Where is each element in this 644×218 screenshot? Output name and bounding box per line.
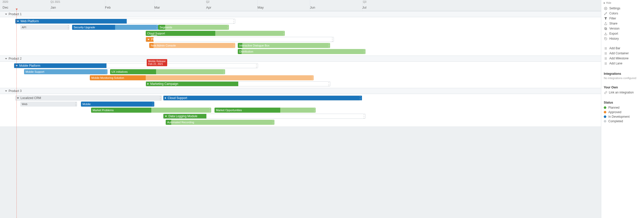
filter-icon [604,17,607,20]
status-dot [604,106,606,109]
timeline-monthlabel: Apr [206,6,211,9]
drag-handle-icon[interactable] [328,82,329,86]
svg-point-11 [605,54,605,54]
add-item-add-milestone[interactable]: Add Milestone [604,56,641,61]
container-bar[interactable]: Localized CRM [15,95,162,101]
drag-handle-icon[interactable] [233,44,234,47]
timeline-monthlabel: May [257,6,264,9]
container-bar[interactable]: Mobile Platform [14,63,258,68]
timeline-monthlabel: Jul [362,6,367,9]
status-approved[interactable]: Approved [604,110,641,114]
lane-title: Product 3 [9,89,22,93]
drag-handle-icon[interactable] [223,70,224,74]
menu-item-label: Export [609,32,618,35]
lane-body: Mobile ReleaseFeb 22, 2021Mobile Platfor… [0,62,601,88]
drag-handle-icon[interactable] [233,20,234,23]
lane-header[interactable]: Product 2 [0,56,601,62]
svg-point-19 [606,58,606,59]
menu-item-filter[interactable]: Filter [604,16,641,21]
timeline-row: Web Platform 2.0 [0,36,601,42]
container-bar[interactable]: Data Logging Module [163,114,366,119]
drag-handle-icon[interactable] [360,96,361,100]
drag-handle-icon[interactable] [156,26,157,29]
container-bar[interactable]: Web Platform [15,19,235,24]
timeline-bar[interactable]: Automated Recording [166,120,274,125]
integrations-title: Integrations [604,72,641,76]
timeline-bar[interactable]: Segments [158,25,229,30]
link-icon [604,91,607,94]
timeline-row: Data Logging Module [0,113,601,119]
grip-icon [604,57,607,60]
bar-label: Interactive Dialogue Box [239,44,269,47]
svg-point-7 [606,48,606,49]
drag-handle-icon[interactable] [153,102,154,106]
timeline-bar[interactable]: Market Problems [91,108,211,113]
status-planned[interactable]: Planned [604,105,641,110]
menu-item-history[interactable]: History [604,36,641,41]
drag-handle-icon[interactable] [256,64,257,68]
timeline-toplabel: Q3 [363,1,366,3]
menu-item-colors[interactable]: Colors [604,11,641,16]
drag-handle-icon[interactable] [68,26,69,29]
svg-point-16 [605,58,605,59]
timeline-bar[interactable]: Interactive Dialogue Box [238,43,330,48]
timeline-bar[interactable]: Mobile Monitoring Solution [90,75,314,80]
timeline-bar[interactable]: Mobile Support [24,69,108,74]
drag-handle-icon[interactable] [227,26,228,29]
svg-point-24 [606,62,606,63]
drag-handle-icon[interactable] [314,108,315,112]
timeline-monthlabel: Dec [3,6,8,9]
lane-body: Localized CRMCloud SupportWebMobileMarke… [0,94,601,126]
status-completed[interactable]: Completed [604,119,641,124]
bar-label: Automated Recording [167,121,194,124]
menu-item-label: Version [609,27,619,30]
lane-header[interactable]: Product 3 [0,88,601,94]
link-integration-button[interactable]: Link an integration [604,90,641,95]
drag-handle-icon[interactable] [75,102,76,106]
menu-item-settings[interactable]: Settings [604,6,641,11]
hide-sidebar-button[interactable]: Hide [604,2,641,4]
container-bar[interactable]: Web Platform 2.0 [146,37,334,42]
timeline-row: WebMobile [0,101,601,107]
timeline-bar[interactable]: Market Opportunities [214,108,316,113]
menu-item-share[interactable]: Share [604,21,641,26]
drag-handle-icon[interactable] [160,96,161,100]
menu-item-label: Share [609,22,617,25]
timeline-bar[interactable]: Distribution [238,49,366,54]
status-in-development[interactable]: In Development [604,114,641,119]
drag-handle-icon[interactable] [332,38,333,41]
timeline-bar[interactable]: Cloud Support [146,31,285,36]
bar-label: API [22,26,26,29]
container-bar[interactable]: Marketing Campaign [146,81,330,86]
timeline-bar[interactable]: Web [20,102,77,107]
timeline-bar[interactable]: Mobile [81,102,154,107]
drag-handle-icon[interactable] [209,108,210,112]
timeline-toplabel: Q2 [206,1,209,3]
lane-header[interactable]: Product 1 [0,11,601,17]
timeline-bar[interactable]: API [20,25,70,30]
timeline-bar[interactable]: New Admin Console [149,43,235,48]
chevron-down-icon [5,90,7,92]
drag-handle-icon[interactable] [312,76,313,80]
menu-item-export[interactable]: Export [604,31,641,36]
drag-handle-icon[interactable] [363,115,364,118]
menu-item-label: History [609,37,619,40]
add-item-add-bar[interactable]: Add Bar [604,46,641,51]
timeline-header[interactable]: 2020Q1 2021Q2Q3DecJanFebMarAprMayJunJul [0,0,601,11]
bar-label: New Admin Console [151,44,176,47]
drag-handle-icon[interactable] [328,44,329,47]
menu-item-version[interactable]: Version [604,26,641,31]
drag-handle-icon[interactable] [106,70,107,74]
container-bar[interactable]: Cloud Support [163,95,362,101]
drag-handle-icon[interactable] [283,32,284,35]
add-item-add-container[interactable]: Add Container [604,51,641,56]
drag-handle-icon[interactable] [364,50,365,53]
menu-item-label: Add Lane [609,62,622,65]
drag-handle-icon[interactable] [273,120,274,124]
timeline-bar[interactable]: Security Upgrade [72,25,158,30]
timeline-row: Localized CRMCloud Support [0,95,601,101]
timeline-row: Cloud Support [0,30,601,36]
add-item-add-lane[interactable]: Add Lane [604,61,641,66]
timeline-bar[interactable]: UX initiatives [110,69,225,74]
milestone-flag[interactable]: Mobile ReleaseFeb 22, 2021 [147,59,167,66]
